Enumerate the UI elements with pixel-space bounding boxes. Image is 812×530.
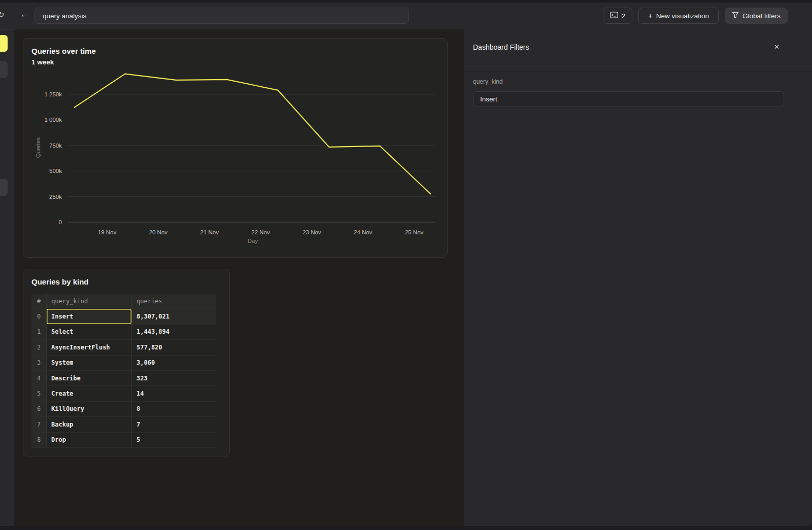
svg-text:Queries: Queries <box>35 137 41 158</box>
queries-over-time-plot[interactable]: 0250k500k750k1 000k1 250k19 Nov20 Nov21 … <box>23 66 448 249</box>
queries-table: # query_kind queries 0 Insert 8,307,021 … <box>31 294 216 448</box>
svg-text:24 Nov: 24 Nov <box>354 229 373 235</box>
row-index-cell: 1 <box>31 325 47 339</box>
row-queries-cell[interactable]: 7 <box>132 417 216 432</box>
svg-text:20 Nov: 20 Nov <box>149 229 168 235</box>
row-kind-cell[interactable]: Insert <box>47 309 132 324</box>
row-index-cell: 5 <box>31 386 47 401</box>
queries-by-kind-card: Queries by kind # query_kind queries 0 I… <box>23 269 230 456</box>
header-index: # <box>31 294 47 308</box>
table-row[interactable]: 7 Backup 7 <box>31 417 216 432</box>
chart-subtitle: 1 week <box>31 58 54 66</box>
new-visualization-button[interactable]: + New visualization <box>638 8 719 24</box>
row-queries-cell[interactable]: 8,307,021 <box>132 309 216 324</box>
svg-text:21 Nov: 21 Nov <box>200 229 219 235</box>
chart-title: Queries over time <box>31 47 96 55</box>
global-filters-label: Global filters <box>742 12 781 20</box>
filters-panel-title: Dashboard Filters <box>473 43 529 51</box>
query-kind-filter-input[interactable] <box>473 91 784 107</box>
row-kind-cell[interactable]: Backup <box>47 417 132 432</box>
svg-text:1 250k: 1 250k <box>44 91 62 97</box>
row-index-cell: 3 <box>31 356 47 370</box>
dashboard-canvas: Queries over time 1 week 0250k500k750k1 … <box>14 29 464 526</box>
table-row[interactable]: 3 System 3,060 <box>31 356 216 371</box>
table-row[interactable]: 8 Drop 5 <box>31 433 216 448</box>
svg-text:19 Nov: 19 Nov <box>98 229 117 235</box>
dashboard-filters-panel: Dashboard Filters ✕ query_kind <box>464 29 812 526</box>
svg-text:1 000k: 1 000k <box>44 117 62 123</box>
sql-console-button[interactable]: 2 <box>603 8 632 24</box>
console-count-badge: 2 <box>622 12 626 20</box>
row-queries-cell[interactable]: 577,820 <box>132 340 216 355</box>
plus-icon: + <box>648 11 653 20</box>
topbar: ↻ ← 2 + New visualization Global filters <box>0 3 812 29</box>
row-queries-cell[interactable]: 323 <box>132 371 216 385</box>
global-filters-button[interactable]: Global filters <box>725 8 788 24</box>
table-row[interactable]: 0 Insert 8,307,021 <box>31 309 216 324</box>
svg-text:Day: Day <box>248 238 258 244</box>
svg-text:750k: 750k <box>49 143 62 149</box>
svg-text:22 Nov: 22 Nov <box>251 229 270 235</box>
row-queries-cell[interactable]: 1,443,894 <box>132 325 216 339</box>
back-button[interactable]: ← <box>20 10 29 20</box>
header-queries: queries <box>132 294 216 308</box>
terminal-icon <box>610 12 618 20</box>
close-icon[interactable]: ✕ <box>771 42 782 52</box>
filter-field-label: query_kind <box>473 78 503 85</box>
row-queries-cell[interactable]: 8 <box>132 402 216 416</box>
panel-divider <box>464 66 812 66</box>
row-queries-cell[interactable]: 5 <box>132 433 216 447</box>
new-visualization-label: New visualization <box>656 12 709 20</box>
table-header-row: # query_kind queries <box>31 294 216 309</box>
row-index-cell: 6 <box>31 402 47 416</box>
table-row[interactable]: 4 Describe 323 <box>31 371 216 386</box>
table-title: Queries by kind <box>31 277 89 286</box>
visualization-tile[interactable] <box>0 179 8 196</box>
row-index-cell: 7 <box>31 417 47 432</box>
row-kind-cell[interactable]: Describe <box>47 371 132 385</box>
queries-over-time-card: Queries over time 1 week 0250k500k750k1 … <box>23 38 448 258</box>
row-index-cell: 0 <box>31 309 47 324</box>
svg-text:0: 0 <box>59 219 62 225</box>
row-kind-cell[interactable]: Drop <box>47 433 132 447</box>
row-kind-cell[interactable]: AsyncInsertFlush <box>47 340 132 355</box>
queries-table-rows: 0 Insert 8,307,021 1 Select 1,443,894 2 … <box>31 309 216 448</box>
row-index-cell: 8 <box>31 433 47 447</box>
funnel-icon <box>732 12 739 20</box>
row-kind-cell[interactable]: Select <box>47 325 132 339</box>
row-kind-cell[interactable]: System <box>47 356 132 370</box>
row-kind-cell[interactable]: Create <box>47 386 132 401</box>
svg-text:500k: 500k <box>49 168 62 174</box>
dashboard-title-input[interactable] <box>35 8 409 24</box>
table-row[interactable]: 1 Select 1,443,894 <box>31 325 216 340</box>
row-queries-cell[interactable]: 14 <box>132 386 216 401</box>
row-queries-cell[interactable]: 3,060 <box>132 356 216 370</box>
table-row[interactable]: 5 Create 14 <box>31 386 216 401</box>
queries-series-line <box>74 74 431 194</box>
header-query-kind: query_kind <box>47 294 132 308</box>
row-index-cell: 4 <box>31 371 47 385</box>
visualization-tile[interactable] <box>0 61 8 78</box>
svg-text:250k: 250k <box>49 194 62 200</box>
table-row[interactable]: 2 AsyncInsertFlush 577,820 <box>31 340 216 355</box>
svg-text:23 Nov: 23 Nov <box>302 229 321 235</box>
visualizations-sidebar <box>0 29 14 526</box>
table-row[interactable]: 6 KillQuery 8 <box>31 402 216 417</box>
visualization-tile-active[interactable] <box>0 35 8 52</box>
svg-text:25 Nov: 25 Nov <box>405 229 424 235</box>
row-index-cell: 2 <box>31 340 47 355</box>
window-bottom-edge <box>0 526 812 530</box>
row-kind-cell[interactable]: KillQuery <box>47 402 132 416</box>
refresh-icon[interactable]: ↻ <box>0 10 5 19</box>
